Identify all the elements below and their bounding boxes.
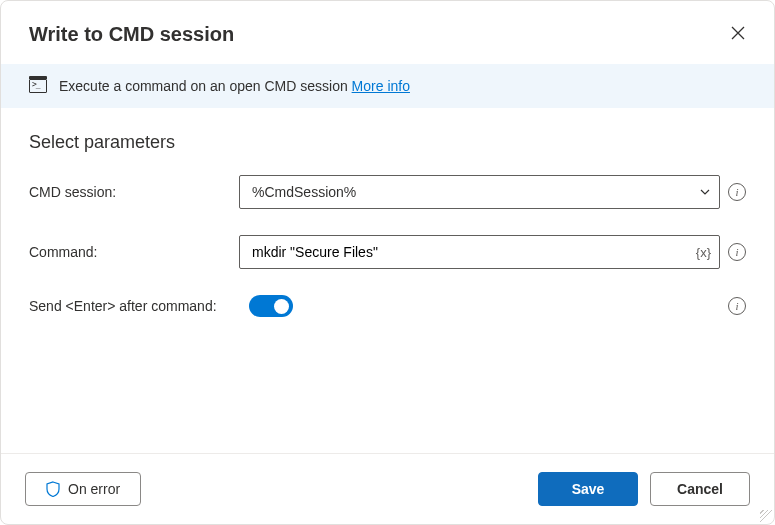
resize-grip[interactable]	[760, 510, 772, 522]
field-command: Command: {x} i	[29, 235, 746, 269]
command-label: Command:	[29, 244, 229, 260]
dialog-footer: On error Save Cancel	[1, 453, 774, 524]
more-info-link[interactable]: More info	[352, 78, 410, 94]
chevron-down-icon	[699, 186, 711, 198]
on-error-label: On error	[68, 481, 120, 497]
banner-message: Execute a command on an open CMD session	[59, 78, 352, 94]
send-enter-help-icon[interactable]: i	[728, 297, 746, 315]
dialog: Write to CMD session Execute a command o…	[0, 0, 775, 525]
field-cmd-session: CMD session: %CmdSession% i	[29, 175, 746, 209]
command-input-wrap: {x}	[239, 235, 720, 269]
close-button[interactable]	[726, 21, 750, 48]
cancel-label: Cancel	[677, 481, 723, 497]
command-input[interactable]	[252, 244, 694, 260]
dialog-title: Write to CMD session	[29, 23, 234, 46]
section-title: Select parameters	[29, 132, 746, 153]
field-send-enter: Send <Enter> after command: i	[29, 295, 746, 317]
dialog-body: Select parameters CMD session: %CmdSessi…	[1, 108, 774, 453]
save-button[interactable]: Save	[538, 472, 638, 506]
cmd-session-value: %CmdSession%	[252, 184, 356, 200]
close-icon	[730, 25, 746, 41]
cmd-session-help-icon[interactable]: i	[728, 183, 746, 201]
shield-icon	[46, 481, 60, 497]
send-enter-toggle[interactable]	[249, 295, 293, 317]
variable-picker-icon[interactable]: {x}	[694, 245, 713, 260]
cmd-session-dropdown[interactable]: %CmdSession%	[239, 175, 720, 209]
on-error-button[interactable]: On error	[25, 472, 141, 506]
banner-text: Execute a command on an open CMD session…	[59, 78, 410, 94]
save-label: Save	[572, 481, 605, 497]
info-banner: Execute a command on an open CMD session…	[1, 64, 774, 108]
send-enter-label: Send <Enter> after command:	[29, 298, 239, 314]
cmd-icon	[29, 79, 47, 93]
cmd-session-label: CMD session:	[29, 184, 229, 200]
dialog-header: Write to CMD session	[1, 1, 774, 64]
command-help-icon[interactable]: i	[728, 243, 746, 261]
cancel-button[interactable]: Cancel	[650, 472, 750, 506]
